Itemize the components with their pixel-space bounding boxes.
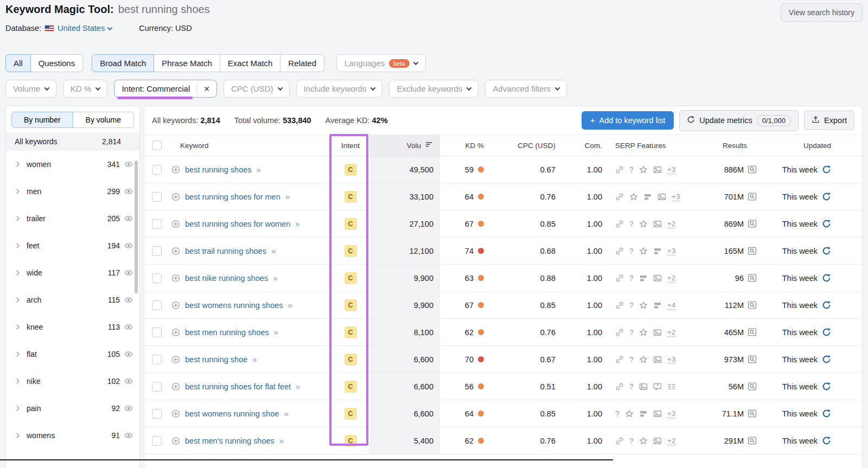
row-checkbox[interactable] — [152, 409, 162, 419]
filter-kd-[interactable]: KD % — [63, 80, 107, 98]
toggle-by-number[interactable]: By number — [11, 112, 73, 128]
refresh-icon[interactable] — [822, 409, 831, 418]
languages-dropdown[interactable]: Languages beta — [336, 54, 426, 72]
add-keyword-icon[interactable] — [171, 274, 180, 283]
serp-more-badge[interactable]: +3 — [667, 409, 675, 418]
view-search-history-button[interactable]: View search history — [781, 3, 863, 22]
serp-more-badge[interactable]: +4 — [667, 301, 675, 310]
column-header-keyword[interactable]: Keyword — [171, 142, 331, 150]
add-keyword-icon[interactable] — [171, 165, 180, 174]
tab-related[interactable]: Related — [280, 54, 324, 72]
column-header-com[interactable]: Com. — [562, 142, 607, 150]
tab-all[interactable]: All — [5, 54, 31, 72]
sidebar-item-womens[interactable]: womens91 — [6, 422, 139, 449]
filter-cpc-usd-[interactable]: CPC (USD) — [224, 80, 290, 98]
row-checkbox[interactable] — [152, 273, 162, 283]
open-keyword-icon[interactable]: » — [252, 355, 256, 364]
serp-more-badge[interactable]: +2 — [667, 437, 675, 445]
refresh-icon[interactable] — [822, 300, 831, 310]
row-checkbox[interactable] — [152, 300, 162, 310]
eye-icon[interactable] — [124, 241, 133, 250]
eye-icon[interactable] — [124, 431, 133, 440]
column-header-serp-features[interactable]: SERP Features — [607, 142, 693, 150]
keyword-link[interactable]: best running shoes for flat feet — [185, 382, 291, 391]
eye-icon[interactable] — [124, 377, 133, 386]
toggle-by-volume[interactable]: By volume — [73, 112, 135, 128]
row-checkbox[interactable] — [152, 382, 162, 392]
keyword-link[interactable]: best running shoes for women — [185, 220, 290, 228]
tab-questions[interactable]: Questions — [30, 54, 84, 72]
serp-more-badge[interactable]: +3 — [667, 247, 675, 255]
sidebar-item-wide[interactable]: wide117 — [6, 259, 139, 286]
filter-exclude-keywords[interactable]: Exclude keywords — [389, 80, 478, 98]
row-checkbox[interactable] — [152, 246, 162, 256]
keyword-link[interactable]: best running shoe — [185, 355, 247, 364]
serp-more-badge[interactable]: +3 — [672, 193, 680, 201]
refresh-icon[interactable] — [822, 273, 831, 283]
serp-more-badge[interactable]: +2 — [667, 220, 675, 228]
sidebar-item-arch[interactable]: arch115 — [6, 286, 139, 313]
add-keyword-icon[interactable] — [171, 193, 180, 201]
add-keyword-icon[interactable] — [171, 301, 180, 310]
keyword-link[interactable]: best womens running shoes — [185, 301, 283, 310]
keyword-link[interactable]: best men running shoes — [185, 328, 269, 337]
add-keyword-icon[interactable] — [171, 220, 180, 228]
eye-icon[interactable] — [124, 296, 133, 304]
row-checkbox[interactable] — [152, 436, 162, 446]
serp-preview-icon[interactable] — [748, 165, 757, 174]
column-header-intent[interactable]: Intent — [331, 142, 369, 150]
eye-icon[interactable] — [124, 268, 133, 277]
add-keyword-icon[interactable] — [171, 409, 180, 418]
open-keyword-icon[interactable]: » — [284, 409, 288, 418]
update-metrics-button[interactable]: Update metrics 0/1,000 — [679, 110, 799, 131]
sidebar-scrollbar[interactable] — [135, 161, 138, 293]
column-header-cpc[interactable]: CPC (USD) — [492, 142, 562, 150]
sidebar-item-men[interactable]: men299 — [6, 178, 139, 205]
open-keyword-icon[interactable]: » — [274, 328, 278, 337]
tab-phrase-match[interactable]: Phrase Match — [154, 54, 220, 72]
open-keyword-icon[interactable]: » — [273, 273, 277, 283]
sidebar-item-women[interactable]: women341 — [6, 151, 139, 178]
add-keyword-icon[interactable] — [171, 437, 180, 445]
add-keyword-icon[interactable] — [171, 247, 180, 255]
tab-exact-match[interactable]: Exact Match — [220, 54, 281, 72]
refresh-icon[interactable] — [822, 246, 831, 255]
database-selector[interactable]: United States — [44, 24, 112, 33]
export-button[interactable]: Export — [804, 111, 854, 130]
serp-preview-icon[interactable] — [748, 273, 757, 283]
serp-preview-icon[interactable] — [748, 382, 757, 391]
row-checkbox[interactable] — [152, 165, 162, 175]
refresh-icon[interactable] — [822, 165, 831, 174]
serp-more-badge[interactable]: +2 — [667, 328, 675, 337]
row-checkbox[interactable] — [152, 328, 162, 337]
serp-preview-icon[interactable] — [748, 328, 757, 337]
keyword-link[interactable]: best nike running shoes — [185, 274, 268, 283]
serp-more-badge[interactable]: +3 — [667, 165, 675, 174]
keyword-link[interactable]: best men's running shoes — [185, 437, 275, 445]
serp-preview-icon[interactable] — [748, 219, 757, 228]
filter-intent-commercial-chip[interactable]: Intent: Commercial✕ — [114, 80, 217, 98]
column-header-updated[interactable]: Updated — [761, 142, 862, 150]
filter-volume[interactable]: Volume — [5, 80, 56, 98]
row-checkbox[interactable] — [152, 219, 162, 229]
keyword-link[interactable]: best running shoes — [185, 165, 252, 174]
eye-icon[interactable] — [124, 404, 133, 413]
open-keyword-icon[interactable]: » — [295, 219, 299, 228]
serp-preview-icon[interactable] — [748, 355, 757, 364]
open-keyword-icon[interactable]: » — [288, 300, 292, 310]
serp-preview-icon[interactable] — [748, 436, 757, 445]
serp-preview-icon[interactable] — [748, 246, 757, 255]
open-keyword-icon[interactable]: » — [296, 382, 299, 391]
row-checkbox[interactable] — [152, 192, 162, 202]
keyword-link[interactable]: best running shoes for men — [185, 193, 280, 201]
serp-preview-icon[interactable] — [748, 409, 757, 418]
remove-intent-filter-button[interactable]: ✕ — [197, 85, 216, 93]
sidebar-item-trailer[interactable]: trailer205 — [6, 205, 139, 232]
refresh-icon[interactable] — [822, 355, 831, 364]
open-keyword-icon[interactable]: » — [271, 246, 275, 255]
add-keyword-icon[interactable] — [171, 328, 180, 337]
tab-broad-match[interactable]: Broad Match — [92, 54, 154, 72]
keyword-link[interactable]: best trail running shoes — [185, 247, 266, 255]
add-keyword-icon[interactable] — [171, 382, 180, 391]
sidebar-item-flat[interactable]: flat105 — [6, 341, 139, 368]
